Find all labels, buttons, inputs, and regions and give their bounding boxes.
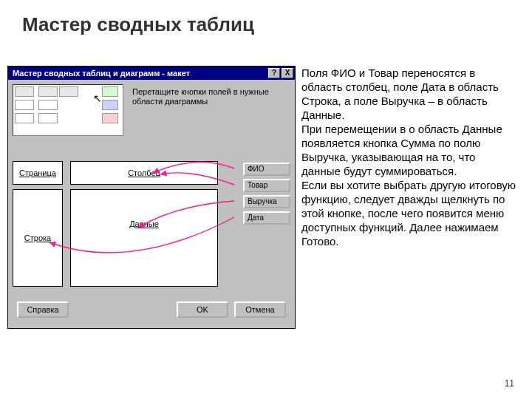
cancel-button[interactable]: Отмена xyxy=(234,301,286,318)
page-number: 11 xyxy=(505,378,514,389)
wizard-dialog: Мастер сводных таблиц и диаграмм - макет… xyxy=(7,66,296,329)
help-button[interactable]: ? xyxy=(268,68,280,78)
ok-button[interactable]: OK xyxy=(177,301,228,318)
layout-grid: Страница Столбец Строка Данные xyxy=(13,146,240,294)
dropzone-row[interactable]: Строка xyxy=(13,189,63,287)
field-vyruchka[interactable]: Выручка xyxy=(243,195,290,208)
window-title: Мастер сводных таблиц и диаграмм - макет xyxy=(10,69,268,78)
zone-label-column: Столбец xyxy=(128,168,160,177)
layout-preview: ↖ xyxy=(13,84,123,136)
dropzone-data[interactable]: Данные xyxy=(70,189,218,287)
zone-label-page: Страница xyxy=(19,168,56,177)
zone-label-row: Строка xyxy=(24,233,51,242)
dropzone-column[interactable]: Столбец xyxy=(70,161,218,185)
slide-title: Мастер сводных таблиц xyxy=(0,0,532,36)
titlebar: Мастер сводных таблиц и диаграмм - макет… xyxy=(8,66,295,80)
field-list: ФИО Товар Выручка Дата xyxy=(243,146,290,294)
description-text: Поля ФИО и Товар переносятся в область с… xyxy=(301,66,517,248)
cursor-icon: ↖ xyxy=(93,92,102,104)
zone-label-data: Данные xyxy=(129,219,159,228)
help-dialog-button[interactable]: Справка xyxy=(17,301,69,318)
field-tovar[interactable]: Товар xyxy=(243,179,290,192)
field-data[interactable]: Дата xyxy=(243,211,290,225)
close-button[interactable]: X xyxy=(282,68,293,78)
hint-text: Перетащите кнопки полей в нужные области… xyxy=(128,84,290,106)
field-fio[interactable]: ФИО xyxy=(243,163,290,176)
dropzone-page[interactable]: Страница xyxy=(13,161,63,185)
